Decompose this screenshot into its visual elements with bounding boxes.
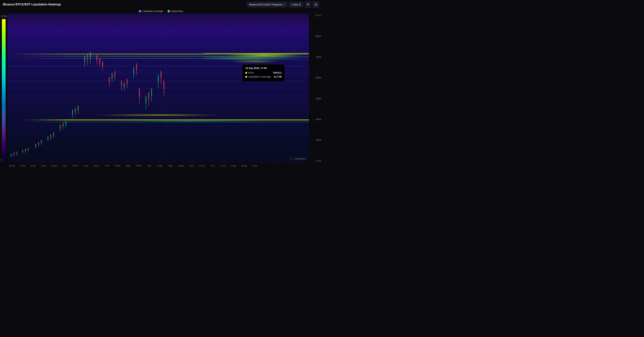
refresh-icon: ↻ [307, 3, 309, 6]
time-label-9nov: 9 Nov [41, 165, 46, 167]
chevron-up-down-icon: ⇅ [299, 3, 301, 6]
time-label-7apr: 7 Apr [147, 165, 151, 167]
price-axis: 87772 80000 70000 60000 50000 40000 3000… [309, 14, 322, 163]
price-label-60000: 60000 [310, 77, 321, 79]
chart-area[interactable]: 15 Sep 2024, 17:00 Price 70476.3 Liquida… [8, 14, 309, 163]
legend-label-liquidation: Liquidation Leverage [142, 10, 163, 13]
header-controls: Binance BTC/USDT Perpetual ▼ 1 Year ⇅ ↻ … [247, 1, 319, 8]
camera-icon: ⊡ [315, 3, 317, 6]
price-label-30000: 30000 [310, 139, 321, 141]
time-label-25oct: 25 Oct [30, 165, 36, 167]
chevron-down-icon: ▼ [283, 4, 285, 6]
time-label-22feb: 22 Feb [114, 165, 120, 167]
timeframe-label: 1 Year [291, 3, 298, 6]
price-label-80000: 80000 [310, 35, 321, 37]
coinglass-wordmark: coinglass [294, 157, 306, 160]
scale-max-value: 22.78B [1, 15, 7, 17]
page-title: Binance BTC/USDT Liquidation Heatmap [3, 3, 61, 6]
watermark: ⬡ coinglass [290, 157, 306, 161]
time-label-24dec: 24 Dec [72, 165, 78, 167]
instrument-dropdown[interactable]: Binance BTC/USDT Perpetual ▼ [247, 2, 288, 7]
legend-dot-supercharts [168, 10, 170, 12]
time-label-22apr: 22 Apr [157, 165, 162, 167]
time-label-7feb: 7 Feb [104, 165, 110, 167]
time-label-21jun: 21 Jun [199, 165, 205, 167]
heatmap-lines-overlay [8, 14, 309, 163]
legend-item-liquidation: Liquidation Leverage [139, 10, 163, 13]
time-label-23mar: 23 Mar [136, 165, 142, 167]
price-label-50000: 50000 [310, 98, 321, 100]
legend-label-supercharts: Supercharts [171, 10, 183, 13]
price-label-40000: 40000 [310, 118, 321, 121]
coinglass-logo-icon: ⬡ [290, 157, 293, 161]
time-label-25sep: 25 Sep [9, 165, 15, 167]
scale-bar [2, 19, 6, 159]
time-label-22may: 22 May [178, 165, 184, 167]
time-label-24nov: 24 Nov [51, 165, 57, 167]
time-label-4sep: 4 Sep [252, 165, 257, 167]
time-label-8mar: 8 Mar [126, 165, 130, 167]
time-label-5aug: 5 Aug [231, 165, 236, 167]
chart-legend: Liquidation Leverage Supercharts [0, 9, 322, 14]
color-scale: 22.78B 0 [0, 14, 8, 163]
time-axis: 25 Sep 10 Oct 25 Oct 9 Nov 24 Nov 9 Dec … [8, 163, 309, 169]
time-label-20aug: 20 Aug [241, 165, 247, 167]
time-label-6jul: 6 Jul [210, 165, 214, 167]
scale-min-value: 0 [1, 159, 2, 161]
time-label-6jun: 6 Jun [189, 165, 194, 167]
time-label-23jan: 23 Jan [94, 165, 99, 167]
chart-wrapper: 22.78B 0 [0, 14, 322, 163]
screenshot-button[interactable]: ⊡ [313, 1, 319, 8]
instrument-label: Binance BTC/USDT Perpetual [250, 3, 282, 6]
timeframe-dropdown[interactable]: 1 Year ⇅ [289, 2, 303, 7]
legend-item-supercharts: Supercharts [168, 10, 183, 13]
header: Binance BTC/USDT Liquidation Heatmap Bin… [0, 0, 322, 9]
price-label-21132: 21132 [310, 160, 321, 162]
refresh-button[interactable]: ↻ [305, 1, 311, 8]
time-label-8jan: 8 Jan [84, 165, 88, 167]
time-label-21jul: 21 Jul [220, 165, 226, 167]
time-label-7may: 7 May [168, 165, 173, 167]
legend-dot-liquidation [139, 10, 141, 12]
price-label-87772: 87772 [310, 14, 321, 17]
price-label-70000: 70000 [310, 56, 321, 58]
time-label-10oct: 10 Oct [20, 165, 25, 167]
time-label-9dec: 9 Dec [62, 165, 67, 167]
